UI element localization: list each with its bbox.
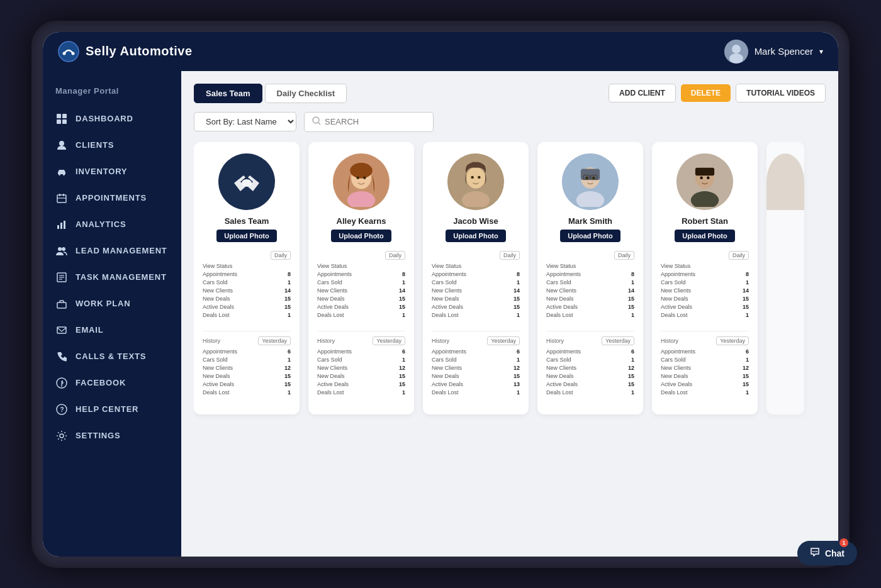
sidebar-item-help-center[interactable]: ? HELP CENTER bbox=[43, 396, 181, 423]
svg-point-31 bbox=[60, 434, 64, 438]
alley-kearns-avatar bbox=[333, 153, 390, 210]
sidebar-item-inventory[interactable]: INVENTORY bbox=[43, 158, 181, 185]
sidebar-title: Manager Portal bbox=[43, 81, 181, 106]
sidebar-item-analytics[interactable]: ANALYTICS bbox=[43, 211, 181, 238]
question-icon: ? bbox=[55, 403, 68, 416]
stats-period-yesterday: Yesterday bbox=[258, 336, 291, 345]
car-icon bbox=[55, 165, 68, 178]
sidebar-item-facebook[interactable]: FACEBOOK bbox=[43, 370, 181, 396]
toolbar: Sales Team Daily Checklist ADD CLIENT DE… bbox=[194, 84, 826, 103]
sidebar-item-calls-texts[interactable]: CALLS & TEXTS bbox=[43, 343, 181, 370]
svg-rect-18 bbox=[60, 223, 62, 229]
daily-stats: Daily View Status Appointments8 Cars Sol… bbox=[317, 251, 405, 319]
card-name: Alley Kearns bbox=[337, 216, 386, 226]
yesterday-stats: History Yesterday Appointments6 Cars Sol… bbox=[661, 336, 749, 397]
chevron-down-icon: ▾ bbox=[819, 47, 823, 56]
action-group: ADD CLIENT DELETE TUTORIAL VIDEOS bbox=[609, 84, 826, 103]
grid-icon bbox=[55, 113, 68, 125]
logo-icon bbox=[58, 41, 79, 62]
sort-select[interactable]: Sort By: Last Name bbox=[194, 112, 296, 131]
svg-point-12 bbox=[63, 174, 65, 175]
upload-photo-button[interactable]: Upload Photo bbox=[216, 230, 277, 242]
sidebar-item-lead-management[interactable]: LEAD MANAGEMENT bbox=[43, 238, 181, 264]
svg-point-63 bbox=[814, 551, 816, 552]
cards-grid: Sales Team Upload Photo Daily View Statu… bbox=[194, 142, 826, 419]
card-alley-kearns: Alley Kearns Upload Photo Daily View Sta… bbox=[308, 142, 414, 414]
jacob-wise-avatar bbox=[447, 153, 504, 210]
tab-group: Sales Team Daily Checklist bbox=[194, 84, 347, 103]
sidebar-item-clients[interactable]: CLIENTS bbox=[43, 132, 181, 158]
daily-stats: Daily View Status Appointments8 Cars Sol… bbox=[203, 251, 291, 319]
phone-icon bbox=[55, 350, 68, 363]
svg-point-64 bbox=[816, 551, 817, 552]
upload-photo-button[interactable]: Upload Photo bbox=[446, 230, 506, 242]
svg-point-46 bbox=[478, 175, 480, 178]
card-sales-team: Sales Team Upload Photo Daily View Statu… bbox=[194, 142, 300, 414]
svg-rect-8 bbox=[57, 119, 61, 124]
search-input[interactable] bbox=[325, 117, 425, 126]
svg-point-11 bbox=[59, 174, 60, 175]
svg-point-5 bbox=[729, 53, 743, 64]
tablet-inner: Selly Automotive Mark Spencer ▾ Manager … bbox=[43, 32, 838, 557]
calendar-icon bbox=[55, 192, 68, 204]
svg-point-43 bbox=[466, 167, 485, 188]
upload-photo-button[interactable]: Upload Photo bbox=[675, 230, 735, 242]
user-area[interactable]: Mark Spencer ▾ bbox=[724, 40, 823, 64]
avatar bbox=[724, 40, 748, 64]
svg-line-33 bbox=[318, 123, 320, 125]
svg-point-52 bbox=[592, 176, 595, 179]
add-client-button[interactable]: ADD CLIENT bbox=[609, 84, 676, 103]
tab-sales-team[interactable]: Sales Team bbox=[194, 84, 262, 103]
sidebar-item-label: INVENTORY bbox=[76, 167, 127, 176]
yesterday-stats: History Yesterday Appointments6 Cars Sol… bbox=[546, 336, 634, 397]
sidebar-item-work-plan[interactable]: WORK PLAN bbox=[43, 291, 181, 317]
briefcase-icon bbox=[55, 297, 68, 310]
yesterday-stats: History Yesterday Appointments6 Cars Sol… bbox=[317, 336, 405, 397]
sidebar-item-email[interactable]: EMAIL bbox=[43, 317, 181, 343]
daily-stats: Daily View Status Appointments8 Cars Sol… bbox=[546, 251, 634, 319]
sidebar-item-label: FACEBOOK bbox=[76, 378, 126, 387]
tab-daily-checklist[interactable]: Daily Checklist bbox=[265, 84, 347, 103]
sidebar-item-settings[interactable]: SETTINGS bbox=[43, 423, 181, 449]
delete-button[interactable]: DELETE bbox=[681, 84, 731, 102]
search-box[interactable] bbox=[304, 112, 434, 132]
filter-row: Sort By: Last Name bbox=[194, 112, 826, 132]
yesterday-stats: History Yesterday Appointments6 Cars Sol… bbox=[203, 336, 291, 397]
mark-smith-avatar bbox=[562, 153, 619, 210]
facebook-icon bbox=[55, 377, 68, 389]
svg-point-4 bbox=[732, 45, 741, 53]
chat-icon bbox=[810, 547, 820, 557]
svg-point-21 bbox=[62, 247, 65, 251]
svg-point-45 bbox=[471, 175, 473, 178]
tutorial-videos-button[interactable]: TUTORIAL VIDEOS bbox=[736, 84, 826, 103]
chat-label: Chat bbox=[825, 548, 838, 557]
user-name: Mark Spencer bbox=[755, 46, 813, 57]
person-icon bbox=[55, 139, 68, 152]
sidebar-item-label: CALLS & TEXTS bbox=[76, 352, 146, 361]
sidebar-item-label: EMAIL bbox=[76, 325, 103, 335]
daily-stats: Daily View Status Appointments8 Cars Sol… bbox=[661, 251, 749, 319]
sidebar-item-label: APPOINTMENTS bbox=[76, 193, 147, 202]
svg-point-10 bbox=[59, 141, 64, 146]
card-mark-smith: Mark Smith Upload Photo Daily View Statu… bbox=[537, 142, 643, 414]
sidebar-item-label: HELP CENTER bbox=[76, 404, 138, 414]
card-name: Mark Smith bbox=[568, 216, 612, 226]
svg-point-41 bbox=[363, 176, 366, 179]
sidebar-item-label: CLIENTS bbox=[76, 140, 114, 150]
sidebar-item-label: ANALYTICS bbox=[76, 219, 126, 229]
sidebar-item-dashboard[interactable]: DASHBOARD bbox=[43, 106, 181, 132]
sidebar: Manager Portal DASHBOARD bbox=[43, 71, 181, 557]
upload-photo-button[interactable]: Upload Photo bbox=[331, 230, 391, 242]
tablet-frame: Selly Automotive Mark Spencer ▾ Manager … bbox=[31, 21, 850, 568]
svg-rect-9 bbox=[62, 119, 67, 124]
chat-button[interactable]: 1 Chat bbox=[797, 541, 838, 557]
search-icon bbox=[312, 116, 321, 128]
svg-rect-6 bbox=[57, 114, 61, 118]
sidebar-item-task-management[interactable]: TASK MANAGEMENT bbox=[43, 264, 181, 291]
svg-rect-27 bbox=[57, 327, 66, 333]
robert-stan-avatar bbox=[676, 153, 733, 210]
sidebar-item-appointments[interactable]: APPOINTMENTS bbox=[43, 185, 181, 211]
logo-text: Selly Automotive bbox=[86, 44, 193, 58]
upload-photo-button[interactable]: Upload Photo bbox=[560, 230, 620, 242]
chart-icon bbox=[55, 218, 68, 231]
